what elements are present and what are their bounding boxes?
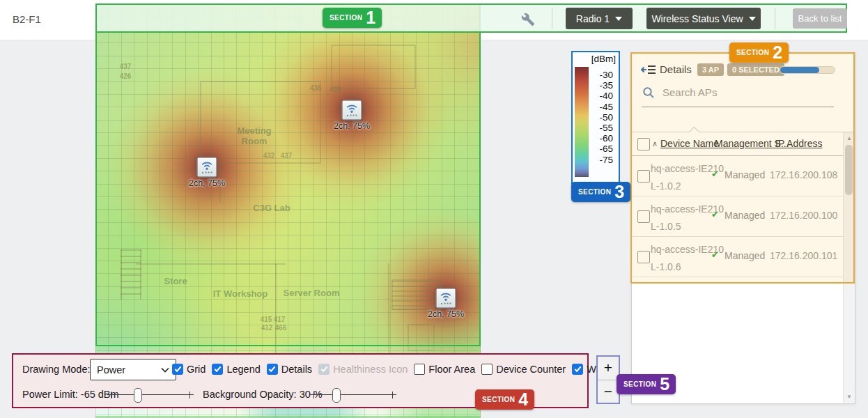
legend-tick: -60 (591, 133, 613, 144)
drawing-mode-select[interactable]: Power (90, 359, 176, 380)
room-number: 426 (120, 72, 132, 80)
ap-table-row[interactable]: hq-access-IE210L-1.0.6✔Managed172.16.200… (632, 236, 843, 277)
background-opacity-slider-thumb[interactable] (332, 388, 341, 403)
managed-check-icon: ✔ (711, 209, 719, 219)
section4-badge: SECTION4 (475, 389, 534, 410)
legend-tick: -35 (591, 80, 613, 91)
slider-end-tick (313, 392, 314, 398)
check-icon (320, 366, 328, 373)
room-label: IT Workshop (210, 288, 270, 299)
chevron-down-icon (749, 17, 756, 21)
power-limit-slider-thumb[interactable] (134, 388, 142, 403)
room-number: 437 (281, 152, 293, 160)
ap-count-badge: 3 AP (697, 63, 724, 76)
layer-checkbox-device-counter[interactable]: Device Counter (481, 364, 566, 375)
ap-table-row[interactable]: hq-access-IE210L-1.0.5✔Managed172.16.200… (632, 196, 843, 237)
device-name-line2: L-1.0.2 (651, 178, 724, 195)
panel-title: Details (660, 63, 692, 75)
checkbox-checked (318, 364, 330, 375)
radio-dropdown[interactable]: Radio 1 (566, 8, 633, 29)
wall-segment (331, 45, 416, 89)
ap-details-panel: Details 3 AP 0 SELECTED ∧ Device Name Ma… (631, 52, 855, 404)
column-header-device-name[interactable]: Device Name (660, 138, 719, 149)
row-checkbox[interactable] (637, 251, 650, 263)
access-point-icon[interactable] (436, 288, 456, 309)
select-all-checkbox[interactable] (637, 138, 650, 150)
background-opacity-label: Background Opacity: 30 % (203, 389, 323, 400)
wrench-icon (521, 13, 535, 26)
wall-segment (200, 81, 321, 164)
room-number: 415 (261, 316, 272, 323)
legend-tick: -55 (591, 123, 613, 133)
view-dropdown[interactable]: Wireless Status View (646, 8, 761, 29)
access-point-icon[interactable] (342, 100, 362, 121)
settings-wrench-button[interactable] (518, 10, 538, 29)
drawing-mode-label: Drawing Mode: (22, 364, 91, 375)
floor-name-label: B2-F1 (13, 13, 41, 25)
legend-title: [dBm] (591, 54, 616, 64)
zoom-out-button[interactable]: − (598, 380, 619, 403)
checkbox-unchecked (481, 364, 493, 375)
checkbox-checked (172, 364, 183, 375)
layer-checkbox-healthiness-icon[interactable]: Healthiness Icon (318, 364, 408, 375)
room-number: 466 (275, 324, 287, 332)
row-checkbox[interactable] (637, 170, 650, 183)
room-number: 432 (263, 152, 275, 160)
check-icon (214, 366, 222, 373)
managed-check-icon: ✔ (711, 249, 719, 260)
slider-track (107, 394, 194, 395)
scrollbar-thumb[interactable] (845, 145, 853, 195)
panel-scrollbar[interactable]: ▲ ▼ (843, 132, 855, 403)
selected-count-badge: 0 SELECTED (727, 63, 784, 76)
slider-end-tick (111, 392, 111, 398)
background-opacity-slider[interactable] (313, 388, 393, 402)
checkbox-label: Healthiness Icon (333, 364, 408, 375)
radio-dropdown-value: Radio 1 (576, 13, 610, 24)
search-underline (642, 107, 834, 107)
device-name-line2: L-1.0.5 (651, 218, 724, 235)
ip-address-cell: 172.16.200.101 (770, 250, 837, 261)
power-limit-slider[interactable] (111, 388, 190, 402)
back-to-list-button[interactable]: Back to list (793, 8, 847, 29)
room-label: Store (146, 276, 206, 286)
row-checkbox[interactable] (637, 210, 650, 223)
scroll-up-arrow-icon[interactable]: ▲ (844, 135, 855, 141)
checkbox-checked (572, 364, 583, 375)
section1-badge: SECTION1 (323, 8, 382, 28)
wall-segment (408, 324, 435, 351)
scroll-down-arrow-icon[interactable]: ▼ (844, 394, 855, 400)
checkbox-checked (212, 364, 223, 375)
column-header-ip-address[interactable]: IP Address (775, 138, 822, 149)
sort-ascending-icon: ∧ (652, 139, 658, 148)
dbm-legend: [dBm] -30-35-40-45-50-55-60-65-75 (571, 51, 620, 184)
ap-table-row[interactable]: hq-access-IE210L-1.0.2✔Managed172.16.200… (632, 155, 843, 196)
stairs (392, 279, 442, 310)
access-point-icon[interactable] (197, 157, 217, 178)
power-limit-label: Power Limit: -65 dBm (22, 389, 119, 400)
checkbox-checked (267, 364, 278, 375)
managed-check-icon: ✔ (711, 169, 719, 179)
layer-checkbox-legend[interactable]: Legend (212, 364, 260, 375)
layer-checkbox-grid[interactable]: Grid (172, 364, 206, 375)
wireless-heatmap-screen: B2-F1 Meeting RoomC3G LabStoreIT Worksho… (0, 0, 868, 418)
search-aps-input[interactable] (661, 86, 810, 99)
layer-checkbox-floor-area[interactable]: Floor Area (414, 364, 475, 375)
ap-icon-dots (347, 115, 357, 116)
ip-address-cell: 172.16.200.108 (770, 169, 837, 180)
toolbar-divider (775, 8, 775, 29)
table-header: ∧ Device Name Management S... IP Address (632, 132, 843, 156)
room-label: Meeting Room (224, 125, 284, 146)
collapse-panel-button[interactable] (641, 64, 656, 78)
ap-icon-dots (202, 172, 212, 173)
wifi-icon (201, 162, 214, 171)
ap-channel-label: 2ch, 75% (428, 309, 464, 319)
layer-checkbox-details[interactable]: Details (267, 364, 312, 375)
wall-segment (136, 263, 286, 265)
zoom-in-button[interactable]: + (598, 357, 619, 380)
ap-channel-label: 2ch, 75% (189, 178, 225, 188)
legend-tick: -40 (591, 91, 613, 101)
slider-end-tick (189, 392, 190, 398)
check-icon (268, 366, 276, 373)
section5-badge: SECTION5 (617, 374, 676, 394)
room-number: 436 (310, 84, 322, 92)
